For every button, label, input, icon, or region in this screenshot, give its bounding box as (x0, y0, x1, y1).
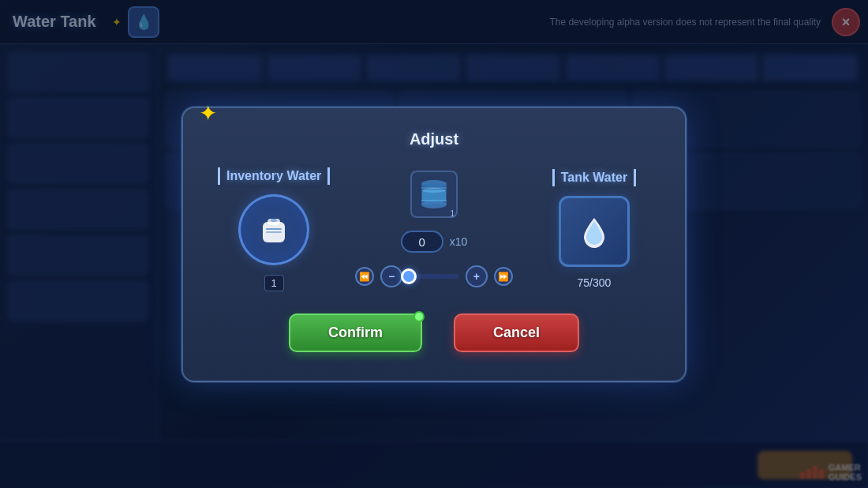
slider-thumb (401, 268, 417, 284)
dialog-sparkle-icon: ✦ (199, 100, 217, 126)
confirm-dot (413, 311, 425, 322)
tank-capacity-badge: 75/300 (577, 276, 611, 289)
barrel-svg (418, 178, 450, 211)
svg-rect-4 (271, 219, 277, 222)
increment-button[interactable]: + (466, 265, 488, 287)
tank-section: Tank Water 75/300 (529, 169, 660, 289)
inventory-label: Inventory Water (218, 167, 330, 185)
fast-rewind-button[interactable]: ⏪ (355, 267, 374, 286)
center-item: 1 (410, 171, 458, 218)
quantity-row: 0 x10 (401, 231, 468, 253)
quantity-slider[interactable] (409, 274, 459, 279)
dialog-title: Adjust (208, 130, 660, 148)
center-controls: 1 0 x10 ⏪ − + ⏩ (355, 171, 513, 287)
backpack-svg (255, 211, 293, 249)
quantity-input[interactable]: 0 (401, 231, 443, 253)
fast-forward-button[interactable]: ⏩ (494, 267, 513, 286)
svg-rect-2 (266, 228, 282, 230)
quantity-multiplier: x10 (450, 235, 468, 248)
tank-item-icon (559, 196, 630, 267)
svg-point-7 (421, 201, 447, 208)
tank-label: Tank Water (552, 169, 636, 186)
inventory-count-badge: 1 (264, 275, 284, 291)
svg-rect-3 (266, 231, 282, 233)
dialog-buttons: Confirm Cancel (208, 313, 660, 352)
center-item-count: 1 (450, 209, 455, 218)
dialog-body: Inventory Water 1 (208, 167, 660, 291)
inventory-section: Inventory Water 1 (208, 167, 339, 291)
confirm-button[interactable]: Confirm (289, 313, 422, 352)
slider-row: ⏪ − + ⏩ (355, 265, 513, 287)
waterdrop-svg (576, 213, 612, 250)
cancel-button[interactable]: Cancel (454, 313, 579, 352)
inventory-item-icon (238, 194, 309, 265)
decrement-button[interactable]: − (380, 265, 402, 287)
adjust-dialog: ✦ Adjust Inventory Water 1 (181, 107, 687, 382)
water-barrel-icon-box: 1 (410, 171, 458, 218)
modal-overlay: ✦ Adjust Inventory Water 1 (0, 0, 868, 488)
svg-point-11 (422, 188, 446, 193)
